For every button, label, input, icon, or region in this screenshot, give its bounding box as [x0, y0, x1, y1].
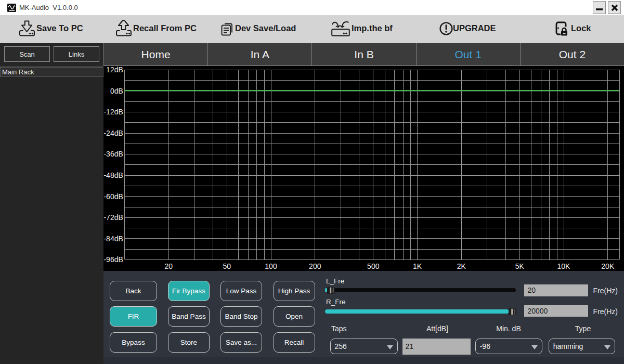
svg-text:-96dB: -96dB [103, 255, 123, 264]
svg-text:20K: 20K [601, 262, 615, 270]
svg-text:-60dB: -60dB [103, 192, 123, 201]
svg-text:200: 200 [309, 262, 321, 270]
svg-text:500: 500 [367, 262, 380, 270]
svg-text:20: 20 [164, 262, 173, 270]
svg-text:0dB: 0dB [110, 87, 123, 95]
svg-text:1K: 1K [413, 262, 422, 270]
svg-text:-84dB: -84dB [103, 235, 123, 243]
svg-text:2K: 2K [457, 262, 466, 270]
svg-text:10K: 10K [557, 262, 571, 270]
svg-text:50: 50 [223, 262, 231, 270]
svg-text:5K: 5K [515, 262, 525, 270]
svg-text:-36dB: -36dB [103, 150, 123, 158]
svg-text:-48dB: -48dB [103, 171, 123, 179]
svg-text:-72dB: -72dB [103, 213, 123, 222]
svg-text:12dB: 12dB [106, 66, 123, 74]
svg-text:100: 100 [265, 262, 277, 270]
svg-text:-12dB: -12dB [103, 108, 123, 116]
svg-text:-24dB: -24dB [103, 129, 123, 137]
